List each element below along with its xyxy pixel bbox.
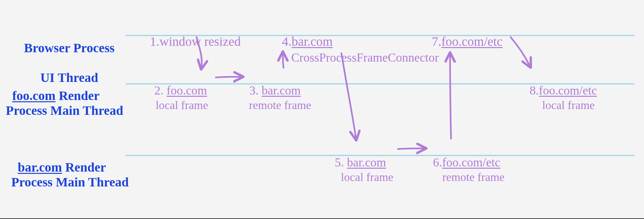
step-3-sub: remote frame bbox=[243, 85, 311, 112]
step-4-sub: CrossProcessFrameConnector bbox=[285, 36, 439, 65]
lane-label-bar: bar.com RenderProcess Main Thread bbox=[11, 145, 129, 190]
arrow-3-4 bbox=[283, 53, 284, 68]
lane-label-foo-link: foo.com bbox=[12, 88, 55, 103]
lane-label-foo-l2: Process Main Thread bbox=[6, 103, 123, 118]
lane-label-bar-l2: Process Main Thread bbox=[11, 175, 129, 189]
step-5-sub: local frame bbox=[335, 157, 393, 184]
lane-label-bar-link: bar.com bbox=[18, 160, 62, 174]
step-7: 7.foo.com/etc bbox=[425, 19, 503, 49]
step-6-sub: remote frame bbox=[437, 157, 505, 184]
arrow-5-6 bbox=[398, 148, 425, 149]
arrow-2-3 bbox=[216, 77, 242, 77]
step-8-sub: local frame bbox=[536, 85, 595, 112]
arrow-7-8 bbox=[511, 37, 530, 66]
step-1: 1.window resized bbox=[143, 19, 241, 49]
lane-label-bar-suffix: Render bbox=[62, 160, 106, 174]
step-2-sub: local frame bbox=[150, 85, 208, 112]
step-1-num: 1. bbox=[150, 34, 159, 49]
step-1-text: window resized bbox=[159, 34, 241, 49]
lane-label-foo-suffix: Render bbox=[55, 88, 100, 103]
step-7-num: 7. bbox=[432, 34, 441, 49]
arrow-4-5 bbox=[341, 53, 356, 139]
arrow-6-7 bbox=[450, 54, 451, 139]
lane-label-browser-l1: Browser Process bbox=[24, 41, 114, 55]
lane-label-foo: foo.com RenderProcess Main Thread bbox=[6, 74, 123, 118]
step-7-link: foo.com/etc bbox=[441, 34, 503, 49]
